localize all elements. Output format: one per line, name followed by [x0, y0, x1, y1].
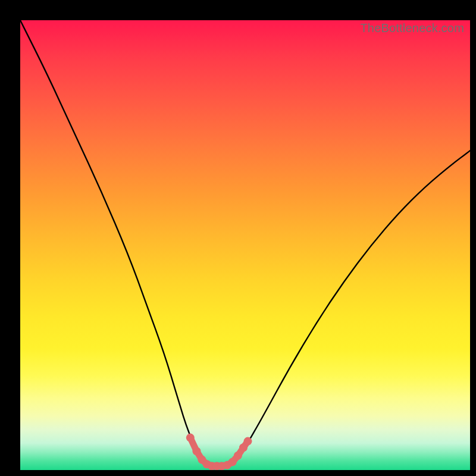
- valley-marker: [244, 437, 252, 446]
- valley-markers: [186, 434, 252, 470]
- watermark-text: TheBottleneck.com: [360, 21, 464, 35]
- valley-marker: [192, 447, 201, 455]
- plot-area: TheBottleneck.com: [20, 20, 470, 470]
- chart-frame: TheBottleneck.com: [7, 7, 469, 469]
- valley-marker: [186, 434, 195, 442]
- curve-layer: [20, 20, 470, 470]
- bottleneck-curve: [20, 20, 470, 465]
- valley-marker: [228, 458, 237, 466]
- valley-marker: [234, 452, 242, 460]
